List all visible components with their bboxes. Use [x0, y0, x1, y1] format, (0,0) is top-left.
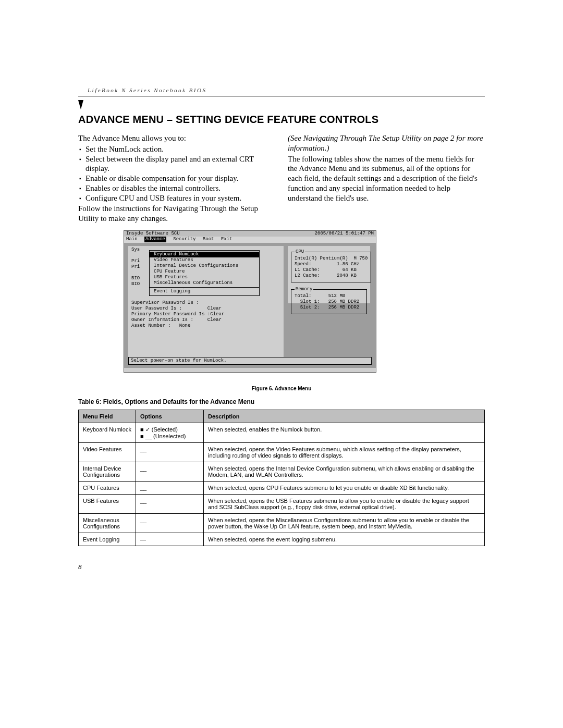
bios-line: Owner Information Is : Clear	[131, 317, 280, 323]
bios-mem-line: Slot 2: 256 MB DDR2	[295, 305, 363, 311]
bios-title: Insyde Software SCU	[126, 231, 315, 237]
table-row: CPU Features__When selected, opens CPU F…	[79, 482, 485, 495]
document-page: LifeBook N Series Notebook BIOS ADVANCE …	[0, 0, 563, 728]
bios-line: Supervisor Password Is :	[131, 300, 280, 306]
cell-description: When selected, opens the event logging s…	[204, 533, 485, 546]
cell-options: __	[136, 462, 204, 482]
cell-description: When selected, opens CPU Features submen…	[204, 482, 485, 495]
figure-caption: Figure 6. Advance Menu	[0, 386, 563, 391]
follow-text: Follow the instructions for Navigating T…	[78, 204, 275, 224]
cell-options: __	[136, 514, 204, 533]
bios-dropdown-separator	[150, 287, 259, 288]
table-row: USB Features__When selected, opens the U…	[79, 495, 485, 514]
bios-menubar: Main Advance Security Boot Exit	[124, 237, 376, 243]
bios-memory-legend: Memory	[295, 287, 313, 292]
cell-description: When selected, opens the Miscellaneous C…	[204, 514, 485, 533]
list-item: Enable or disable compensation for your …	[85, 174, 275, 183]
bios-menu-main[interactable]: Main	[126, 237, 138, 242]
page-number: 8	[78, 563, 82, 571]
bios-menu-security[interactable]: Security	[173, 237, 195, 242]
col-description: Description	[204, 410, 485, 423]
bios-datetime: 2005/06/21 5:01:47 PM	[315, 231, 374, 237]
cell-options: __	[136, 443, 204, 462]
cell-menu-field: Keyboard Numlock	[79, 423, 136, 443]
right-column: (See Navigating Through The Setup Utilit…	[288, 133, 485, 225]
bios-dropdown-item[interactable]: Internal Device Configurations	[150, 263, 259, 269]
cell-menu-field: Video Features	[79, 443, 136, 462]
bios-password-list: Supervisor Password Is : User Password I…	[131, 300, 280, 329]
list-item: Select between the display panel and an …	[85, 154, 275, 174]
bios-line: User Password Is : Clear	[131, 306, 280, 312]
list-item: Configure CPU and USB features in your s…	[85, 193, 275, 203]
cross-reference: (See Navigating Through The Setup Utilit…	[288, 133, 485, 153]
bios-menu-advance[interactable]: Advance	[144, 237, 166, 242]
feature-bullet-list: Set the NumLock action. Select between t…	[78, 144, 275, 203]
col-menu-field: Menu Field	[79, 410, 136, 423]
cell-description: When selected, opens the Internal Device…	[204, 462, 485, 482]
intro-text: The Advance Menu allows you to:	[78, 133, 275, 143]
table-header-row: Menu Field Options Description	[79, 410, 485, 423]
bios-line: Asset Number : None	[131, 323, 280, 329]
bios-cpu-line: Speed: 1.86 GHz	[295, 262, 368, 267]
description-para: The following tables show the names of t…	[288, 154, 485, 203]
cell-options: __	[136, 482, 204, 495]
bios-cpu-line: L2 Cache: 2048 KB	[295, 273, 368, 279]
cell-description: When selected, opens the USB Features su…	[204, 495, 485, 514]
bios-dropdown-item[interactable]: USB Features	[150, 275, 259, 280]
bios-mem-line: Slot 1: 256 MB DDR2	[295, 299, 363, 305]
header-accent-icon	[78, 100, 83, 109]
bios-cpu-box: CPU Intel(R) Pentium(R) M 750 Speed: 1.8…	[291, 249, 371, 282]
bios-dropdown-item[interactable]: Miscellaneous Configurations	[150, 280, 259, 286]
bios-menu-boot[interactable]: Boot	[203, 237, 214, 242]
bios-status-line: Select power-on state for NumLock.	[128, 357, 372, 365]
cell-menu-field: Event Logging	[79, 533, 136, 546]
cell-description: When selected, enables the Numlock butto…	[204, 423, 485, 443]
cell-menu-field: Miscellaneous Configurations	[79, 514, 136, 533]
header-rule	[78, 96, 485, 96]
cell-description: When selected, opens the Video Features …	[204, 443, 485, 462]
col-options: Options	[136, 410, 204, 423]
list-item: Set the NumLock action.	[85, 144, 275, 154]
cell-options: __	[136, 495, 204, 514]
bios-dropdown-item[interactable]: Video Features	[150, 257, 259, 263]
bios-cpu-legend: CPU	[295, 249, 305, 255]
bios-dropdown-item-keyboard-numlock[interactable]: Keyboard Numlock	[150, 252, 259, 257]
bios-memory-box: Memory Total: 512 MB Slot 1: 256 MB DDR2…	[291, 287, 367, 314]
table-row: Miscellaneous Configurations__When selec…	[79, 514, 485, 533]
left-column: The Advance Menu allows you to: Set the …	[78, 133, 275, 225]
table-row: Video Features__When selected, opens the…	[79, 443, 485, 462]
table-row: Event Logging—When selected, opens the e…	[79, 533, 485, 546]
bios-screenshot: Insyde Software SCU 2005/06/21 5:01:47 P…	[124, 230, 376, 373]
table-title: Table 6: Fields, Options and Defaults fo…	[78, 398, 254, 405]
bios-advance-dropdown: Keyboard Numlock Video Features Internal…	[149, 250, 260, 296]
bios-left-panel: Sys Pri Pri BIO BIO Supervisor Password …	[128, 246, 284, 360]
bios-right-panel: CPU Intel(R) Pentium(R) M 750 Speed: 1.8…	[288, 246, 370, 303]
cell-menu-field: CPU Features	[79, 482, 136, 495]
bios-menu-exit[interactable]: Exit	[221, 237, 232, 242]
section-title: ADVANCE MENU – SETTING DEVICE FEATURE CO…	[78, 114, 378, 126]
bios-titlebar: Insyde Software SCU 2005/06/21 5:01:47 P…	[124, 231, 376, 237]
bios-cpu-line: Intel(R) Pentium(R) M 750	[295, 256, 368, 262]
options-table: Menu Field Options Description Keyboard …	[78, 410, 485, 546]
table-row: Internal Device Configurations__When sel…	[79, 462, 485, 482]
table-row: Keyboard Numlock■ ✓ (Selected) ■ __ (Uns…	[79, 423, 485, 443]
cell-options: —	[136, 533, 204, 546]
cell-options: ■ ✓ (Selected) ■ __ (Unselected)	[136, 423, 204, 443]
cell-menu-field: Internal Device Configurations	[79, 462, 136, 482]
bios-dropdown-item[interactable]: CPU Feature	[150, 269, 259, 275]
cell-menu-field: USB Features	[79, 495, 136, 514]
bios-mem-line: Total: 512 MB	[295, 293, 363, 299]
bios-cpu-line: L1 Cache: 64 KB	[295, 267, 368, 273]
running-head: LifeBook N Series Notebook BIOS	[88, 87, 206, 93]
bios-body: Sys Pri Pri BIO BIO Supervisor Password …	[124, 243, 376, 368]
two-column-body: The Advance Menu allows you to: Set the …	[78, 133, 485, 225]
list-item: Enables or disables the internal control…	[85, 183, 275, 193]
bios-dropdown-item[interactable]: Event Logging	[150, 289, 259, 294]
bios-line: Primary Master Password Is :Clear	[131, 312, 280, 317]
